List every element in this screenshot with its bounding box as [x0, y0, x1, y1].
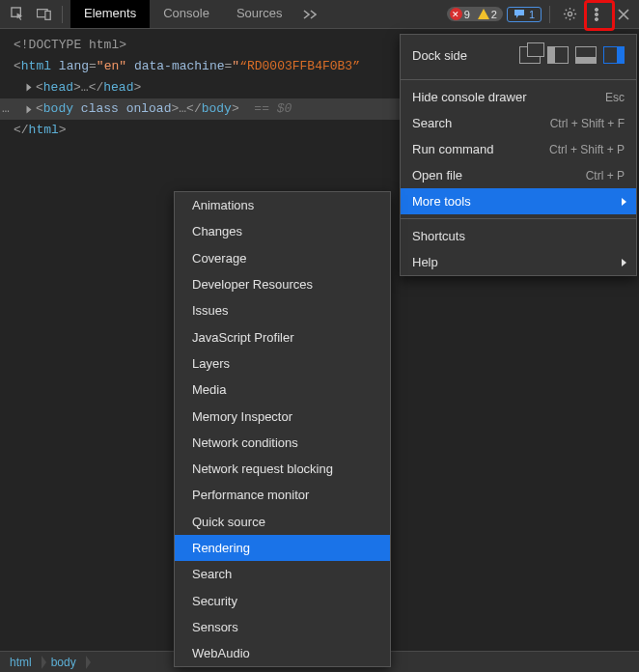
submenu-item[interactable]: Network conditions [175, 430, 390, 456]
submenu-item-label: Network request blocking [192, 462, 333, 476]
submenu-item-label: JavaScript Profiler [192, 330, 293, 345]
submenu-item-label: Network conditions [192, 435, 298, 450]
submenu-item[interactable]: Search [175, 561, 390, 587]
close-icon[interactable] [610, 0, 637, 29]
warning-icon [478, 9, 489, 19]
tab-console[interactable]: Console [150, 0, 223, 28]
kebab-menu-icon[interactable] [583, 0, 610, 29]
submenu-item-label: Performance monitor [192, 488, 309, 502]
tab-sources[interactable]: Sources [223, 0, 296, 28]
submenu-item-label: Coverage [192, 251, 246, 266]
expand-caret-icon[interactable] [27, 84, 32, 92]
dock-side-row: Dock side [401, 35, 636, 75]
crumb-body[interactable]: body [42, 652, 86, 672]
submenu-item[interactable]: Memory Inspector [175, 403, 390, 429]
submenu-item-label: Quick source [192, 515, 265, 529]
submenu-item-label: Sensors [192, 620, 238, 634]
menu-item-label: Open file [412, 168, 462, 182]
divider [549, 6, 550, 23]
device-toggle-icon[interactable] [31, 0, 58, 29]
submenu-item[interactable]: Sensors [175, 614, 390, 640]
submenu-item[interactable]: Changes [175, 218, 390, 244]
submenu-item-label: Developer Resources [192, 277, 313, 292]
menu-item-label: Help [412, 255, 438, 269]
svg-point-3 [568, 12, 571, 15]
menu-open-file[interactable]: Open file Ctrl + P [401, 162, 636, 188]
menu-shortcut: Ctrl + P [586, 169, 625, 182]
submenu-item[interactable]: Issues [175, 297, 390, 323]
svg-point-5 [595, 13, 597, 15]
menu-shortcut: Ctrl + Shift + P [549, 143, 625, 156]
menu-item-label: Run command [412, 142, 494, 156]
crumb-html[interactable]: html [0, 652, 42, 672]
toolbar-right: ✕ 9 2 1 [445, 0, 639, 28]
panel-tabs: Elements Console Sources [70, 0, 323, 28]
menu-separator [401, 79, 636, 80]
submenu-item-label: Changes [192, 224, 242, 238]
dock-left-icon[interactable] [547, 46, 569, 64]
svg-point-4 [595, 8, 597, 11]
tab-elements[interactable]: Elements [70, 0, 150, 28]
devtools-toolbar: Elements Console Sources ✕ 9 2 1 [0, 0, 639, 29]
svg-rect-2 [45, 11, 50, 19]
submenu-item[interactable]: Coverage [175, 245, 390, 271]
settings-gear-icon[interactable] [556, 0, 583, 29]
dock-icons [519, 46, 625, 64]
submenu-item[interactable]: JavaScript Profiler [175, 323, 390, 350]
submenu-item-label: Search [192, 567, 232, 581]
submenu-item-label: WebAudio [192, 646, 250, 660]
error-warning-badge[interactable]: ✕ 9 2 [447, 7, 503, 21]
submenu-item[interactable]: Rendering [175, 535, 390, 561]
menu-search[interactable]: Search Ctrl + Shift + F [401, 110, 636, 136]
menu-shortcut: Ctrl + Shift + F [550, 117, 625, 130]
tabs-overflow-icon[interactable] [296, 0, 323, 28]
menu-more-tools[interactable]: More tools [401, 188, 636, 214]
divider [62, 6, 63, 23]
submenu-item-label: Security [192, 594, 237, 608]
main-menu: Dock side Hide console drawer Esc Search… [400, 34, 637, 276]
submenu-item[interactable]: Media [175, 377, 390, 403]
submenu-item[interactable]: Quick source [175, 509, 390, 535]
toolbar-left: Elements Console Sources [0, 0, 323, 28]
menu-item-label: More tools [412, 194, 471, 209]
menu-shortcuts[interactable]: Shortcuts [401, 223, 636, 249]
submenu-item[interactable]: Network request blocking [175, 456, 390, 482]
dock-side-label: Dock side [412, 48, 519, 63]
submenu-arrow-icon [622, 259, 626, 266]
submenu-arrow-icon [622, 198, 626, 206]
submenu-item-label: Media [192, 382, 226, 397]
menu-shortcut: Esc [605, 91, 625, 104]
warning-count: 2 [491, 9, 497, 20]
submenu-item[interactable]: WebAudio [175, 640, 390, 666]
messages-count: 1 [529, 9, 535, 20]
submenu-item[interactable]: Layers [175, 350, 390, 377]
menu-item-label: Search [412, 116, 452, 130]
submenu-item-label: Animations [192, 198, 254, 212]
submenu-item[interactable]: Performance monitor [175, 482, 390, 508]
inspect-icon[interactable] [4, 0, 31, 29]
error-icon: ✕ [450, 8, 462, 20]
menu-item-label: Hide console drawer [412, 90, 527, 104]
status-badges: ✕ 9 2 1 [445, 7, 543, 22]
error-count: 9 [464, 9, 470, 20]
menu-hide-drawer[interactable]: Hide console drawer Esc [401, 84, 636, 110]
submenu-item-label: Layers [192, 356, 230, 371]
submenu-item[interactable]: Security [175, 587, 390, 613]
menu-help[interactable]: Help [401, 249, 636, 275]
submenu-item-label: Memory Inspector [192, 409, 292, 424]
menu-item-label: Shortcuts [412, 229, 465, 243]
submenu-item-label: Rendering [192, 541, 250, 555]
dock-right-icon[interactable] [603, 46, 625, 64]
submenu-item[interactable]: Developer Resources [175, 271, 390, 297]
submenu-item-label: Issues [192, 303, 229, 318]
dock-popout-icon[interactable] [519, 46, 541, 64]
menu-separator [401, 218, 636, 219]
more-tools-submenu: AnimationsChangesCoverageDeveloper Resou… [174, 191, 391, 667]
svg-point-6 [595, 17, 597, 20]
expand-caret-icon[interactable] [27, 105, 32, 113]
submenu-item[interactable]: Animations [175, 192, 390, 218]
menu-run-command[interactable]: Run command Ctrl + Shift + P [401, 136, 636, 162]
messages-badge[interactable]: 1 [507, 7, 542, 22]
dock-bottom-icon[interactable] [575, 46, 597, 64]
